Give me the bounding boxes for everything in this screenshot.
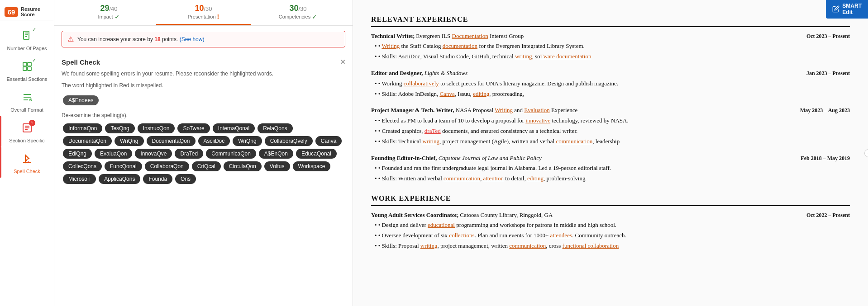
misspelled-chip[interactable]: FuncQonal <box>105 161 142 171</box>
first-misspelled-chip[interactable]: A$Endees <box>63 95 99 105</box>
misspelled-chip[interactable]: CriQcal <box>192 161 221 171</box>
panel-close-icon[interactable]: × <box>340 57 345 67</box>
misspelled-chip[interactable]: Founda <box>143 174 172 184</box>
misspelled-chip[interactable]: CollaboraQon <box>145 161 189 171</box>
misspelled-chip[interactable]: DocumentaQon <box>63 136 112 146</box>
job-title-young-adult: Young Adult Services Coordinator, Catoos… <box>371 211 553 220</box>
competencies-denom: /30 <box>298 5 306 12</box>
see-how-link[interactable]: (See how) <box>180 36 205 42</box>
misspelled-chip[interactable]: InformaQon <box>63 123 102 133</box>
svg-rect-4 <box>28 67 31 71</box>
score-tab-competencies[interactable]: 30/30 Competencies ✓ <box>251 4 345 25</box>
bullet-5: • Elected as PM to lead a team of 10 to … <box>378 116 850 126</box>
score-tab-presentation[interactable]: 10/30 Presentation ! <box>156 4 251 25</box>
job-date-young-adult: Oct 2022 – Present <box>806 211 850 220</box>
sidebar-item-overall-format[interactable]: Overall Format <box>0 85 54 116</box>
resume-score-label: Resume Score <box>21 6 49 17</box>
impact-denom: /40 <box>109 5 117 12</box>
sidebar-item-label: Number Of Pages <box>7 46 47 51</box>
panel-title: Spell Check × <box>62 52 345 70</box>
misspelled-chip[interactable]: WriQng <box>233 136 262 146</box>
misspelled-chip[interactable]: ApplicaQons <box>99 174 140 184</box>
sidebar-item-label: Overall Format <box>10 107 43 113</box>
resume-score-badge: 69 <box>5 7 18 17</box>
misspelled-chip[interactable]: Voltus <box>264 161 290 171</box>
presentation-score: 10 <box>195 4 204 13</box>
impact-score: 29 <box>100 4 109 13</box>
sidebar-item-label: Essential Sections <box>7 76 48 82</box>
bullet-9: • Skills: Written and verbal communicati… <box>378 174 850 184</box>
main-panel: 29/40 Impact ✓ 10/30 Presentation ! 30/3… <box>54 0 353 306</box>
misspelled-chip[interactable]: WriQng <box>114 136 143 146</box>
smart-edit-button[interactable]: SMARTEdit <box>826 0 868 19</box>
misspelled-chip[interactable]: EducaQonal <box>296 149 337 159</box>
re-examine-label: Re-examine the spelling(s). <box>62 112 345 118</box>
impact-label: Impact ✓ <box>62 13 156 20</box>
sidebar-item-label: Section Specific <box>9 138 44 143</box>
svg-rect-2 <box>28 62 31 66</box>
panel-description: We found some spelling errors in your re… <box>62 70 345 78</box>
job-header-editor-designer: Editor and Designer, Lights & Shadows Ja… <box>371 69 850 78</box>
sidebar-item-number-of-pages[interactable]: ✓ Number Of Pages <box>0 24 54 55</box>
sidebar-item-section-specific[interactable]: 1 Section Specific <box>0 116 54 147</box>
misspelled-chip[interactable]: CollecQons <box>63 161 102 171</box>
misspelled-chip[interactable]: AsciiDoc <box>198 136 230 146</box>
job-header-project-manager: Project Manager & Tech. Writer, NASA Pro… <box>371 106 850 115</box>
relevant-experience-title: RELEVANT EXPERIENCE <box>371 14 850 27</box>
misspelled-chip[interactable]: RelaQons <box>258 123 292 133</box>
bullet-6: • Created graphics, draTed documents, an… <box>378 127 850 136</box>
section-specific-badge: 1 <box>29 120 35 126</box>
presentation-denom: /30 <box>204 5 212 12</box>
misspelled-chip[interactable]: CollaboraQvely <box>265 136 313 146</box>
job-date-editor-designer: Jan 2023 – Present <box>806 69 850 78</box>
misspelled-chip[interactable]: SoTware <box>177 123 210 133</box>
job-entry-technical-writer: Technical Writer, Evergreen ILS Document… <box>371 32 850 61</box>
score-tab-impact[interactable]: 29/40 Impact ✓ <box>62 4 156 25</box>
bullet-11: • Oversee development of six collections… <box>378 231 850 240</box>
misspelled-chip[interactable]: InternaQonal <box>213 123 255 133</box>
sidebar-item-essential-sections[interactable]: ✓ Essential Sections <box>0 55 54 85</box>
misspelled-chip[interactable]: TesQng <box>105 123 134 133</box>
misspelled-chip[interactable]: InstrucQon <box>138 123 175 133</box>
misspelled-chip[interactable]: Workspace <box>293 161 331 171</box>
bullet-7: • Skills: Technical writing, project man… <box>378 137 850 146</box>
misspelled-chip[interactable]: CommunicaQon <box>206 149 256 159</box>
resume-panel: RELEVANT EXPERIENCE Technical Writer, Ev… <box>353 0 868 306</box>
job-date-technical-writer: Oct 2023 – Present <box>806 32 850 41</box>
bullet-12: • Skills: Proposal writing, project mana… <box>378 241 850 251</box>
misspelled-chip[interactable]: CirculaQon <box>224 161 262 171</box>
misspelled-chip[interactable]: A$EnQon <box>259 149 293 159</box>
job-title-editor-designer: Editor and Designer, Lights & Shadows <box>371 69 467 78</box>
specific-icon: 1 <box>19 120 35 136</box>
misspelled-chips-group: InformaQonTesQngInstrucQonSoTwareInterna… <box>62 122 345 185</box>
highlight-note: The word highlighted in Red is misspelle… <box>62 82 345 89</box>
job-date-founding-editor: Feb 2018 – May 2019 <box>801 154 850 163</box>
sidebar-item-label: Spell Check <box>14 169 40 174</box>
misspelled-chip[interactable]: Ons <box>175 174 196 184</box>
score-tabs: 29/40 Impact ✓ 10/30 Presentation ! 30/3… <box>54 0 353 26</box>
bullet-8: • Founded and ran the first undergraduat… <box>378 164 850 173</box>
job-entry-founding-editor: Founding Editor-in-Chief, Capstone Journ… <box>371 154 850 184</box>
job-title-founding-editor: Founding Editor-in-Chief, Capstone Journ… <box>371 154 542 163</box>
pages-icon: ✓ <box>19 28 35 44</box>
sidebar-item-spell-check[interactable]: A Spell Check <box>0 147 54 178</box>
misspelled-chip[interactable]: MicrosoT <box>63 174 96 184</box>
bullet-2: • Skills: AsciiDoc, Visual Studio Code, … <box>378 52 850 61</box>
misspelled-chip[interactable]: DocumentaQon <box>147 136 196 146</box>
work-experience-title: WORK EXPERIENCE <box>371 193 850 206</box>
competencies-label: Competencies ✓ <box>251 13 345 20</box>
score-alert: ⚠ You can increase your score by 18 poin… <box>62 31 345 47</box>
misspelled-chip[interactable]: DraTed <box>175 149 203 159</box>
job-entry-young-adult: Young Adult Services Coordinator, Catoos… <box>371 211 850 251</box>
misspelled-chip[interactable]: Canva <box>315 136 342 146</box>
pencil-icon <box>832 5 839 13</box>
job-title-technical-writer: Technical Writer, Evergreen ILS Document… <box>371 32 524 41</box>
misspelled-chip[interactable]: EdiQng <box>63 149 92 159</box>
bullet-3: • Working collaboratively to select piec… <box>378 79 850 89</box>
job-header-founding-editor: Founding Editor-in-Chief, Capstone Journ… <box>371 154 850 163</box>
misspelled-chip[interactable]: InnovaQve <box>135 149 172 159</box>
spell-icon: A <box>19 151 35 167</box>
svg-text:A: A <box>27 160 30 164</box>
bullet-4: • Skills: Adobe InDesign, Canva, Issuu, … <box>378 89 850 99</box>
misspelled-chip[interactable]: EvaluaQon <box>95 149 132 159</box>
